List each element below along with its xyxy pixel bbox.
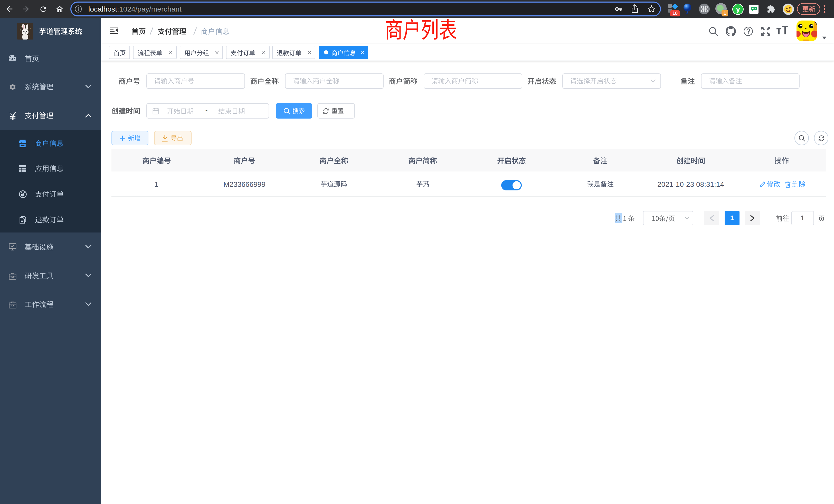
svg-text:y: y — [736, 5, 740, 13]
svg-text:localhost:1024/pay/merchant: localhost:1024/pay/merchant — [88, 5, 181, 13]
